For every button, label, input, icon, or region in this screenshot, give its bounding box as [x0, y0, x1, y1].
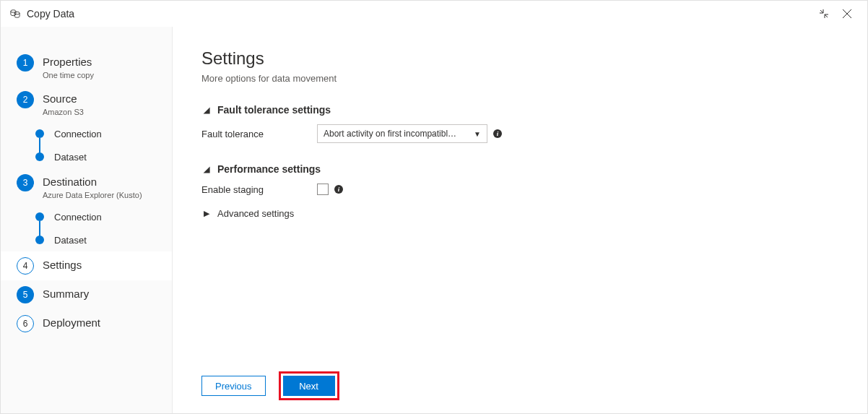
step-number-badge: 5 [17, 286, 34, 303]
chevron-down-icon: ▼ [474, 130, 481, 138]
section-heading: Performance settings [217, 163, 321, 175]
step-sublabel: Amazon S3 [43, 108, 84, 116]
copy-data-icon [9, 8, 21, 20]
section-heading: Advanced settings [217, 208, 294, 219]
disclosure-down-icon: ◢ [201, 165, 212, 174]
dialog-header: Copy Data [1, 1, 867, 27]
substep-label: Connection [54, 129, 102, 139]
step-label: Deployment [43, 315, 100, 331]
page-subtitle: More options for data movement [201, 73, 838, 84]
step-label: Destination [43, 174, 142, 190]
step-number-badge: 6 [17, 315, 34, 332]
previous-button[interactable]: Previous [201, 376, 266, 396]
info-icon[interactable]: i [334, 185, 343, 194]
info-icon[interactable]: i [493, 129, 502, 138]
svg-point-1 [14, 12, 19, 14]
step-label: Settings [43, 257, 82, 273]
step-deployment[interactable]: 6 Deployment [1, 309, 172, 338]
substep-source-dataset[interactable]: Dataset [35, 145, 172, 168]
dropdown-value: Abort activity on first incompatibl… [324, 129, 456, 139]
next-button[interactable]: Next [283, 376, 335, 396]
section-advanced[interactable]: ▶ Advanced settings [201, 208, 838, 219]
step-label: Summary [43, 286, 89, 302]
substep-label: Dataset [54, 152, 87, 163]
disclosure-down-icon: ◢ [201, 105, 212, 115]
step-source[interactable]: 2 Source Amazon S3 [1, 85, 172, 122]
fault-tolerance-label: Fault tolerance [201, 129, 317, 139]
step-destination[interactable]: 3 Destination Azure Data Explorer (Kusto… [1, 168, 172, 205]
substep-dot-icon [35, 129, 44, 138]
substep-dot-icon [35, 212, 44, 221]
substep-destination-connection[interactable]: Connection [35, 205, 172, 228]
dialog-title: Copy Data [27, 8, 812, 20]
step-settings[interactable]: 4 Settings [1, 251, 172, 280]
step-summary[interactable]: 5 Summary [1, 280, 172, 309]
section-fault-tolerance[interactable]: ◢ Fault tolerance settings [201, 104, 838, 116]
section-performance[interactable]: ◢ Performance settings [201, 163, 838, 175]
step-number-badge: 2 [17, 91, 34, 108]
disclosure-right-icon: ▶ [201, 209, 212, 218]
wizard-footer: Previous Next [201, 376, 838, 402]
wizard-sidebar: 1 Properties One time copy 2 Source Amaz… [1, 27, 173, 413]
step-properties[interactable]: 1 Properties One time copy [1, 48, 172, 85]
step-number-badge: 3 [17, 174, 34, 191]
page-title: Settings [201, 48, 838, 69]
substep-dot-icon [35, 236, 44, 244]
step-label: Properties [43, 54, 94, 70]
section-heading: Fault tolerance settings [217, 104, 331, 116]
step-label: Source [43, 91, 84, 107]
enable-staging-label: Enable staging [201, 184, 317, 195]
step-number-badge: 1 [17, 54, 34, 72]
substep-label: Dataset [54, 235, 87, 246]
enable-staging-checkbox[interactable] [317, 184, 329, 195]
step-number-badge: 4 [17, 257, 34, 275]
substep-dot-icon [35, 152, 44, 161]
fault-tolerance-dropdown[interactable]: Abort activity on first incompatibl… ▼ [317, 124, 487, 143]
close-icon[interactable] [836, 2, 859, 25]
step-sublabel: Azure Data Explorer (Kusto) [43, 191, 142, 199]
step-sublabel: One time copy [43, 71, 94, 79]
main-panel: Settings More options for data movement … [173, 27, 867, 413]
substep-label: Connection [54, 212, 102, 223]
substep-destination-dataset[interactable]: Dataset [35, 228, 172, 251]
minimize-icon[interactable] [812, 2, 836, 25]
substep-source-connection[interactable]: Connection [35, 122, 172, 145]
